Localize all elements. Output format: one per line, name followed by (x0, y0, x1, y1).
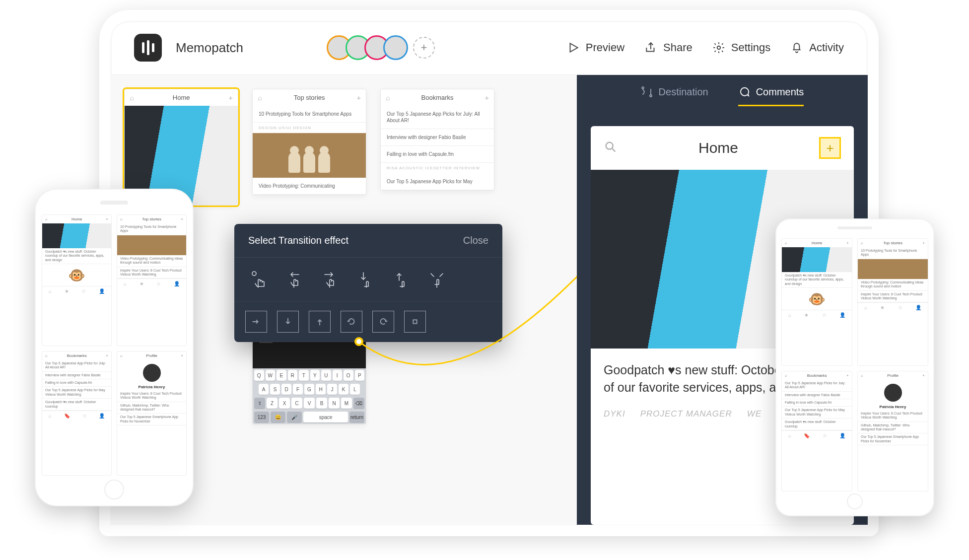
svg-point-0 (717, 46, 721, 50)
mini-screen-top-stories[interactable]: ⌕Top stories+ 10 Prototyping Tools for S… (857, 238, 928, 366)
story-tags: DESIGN UX/UI DESIGN (253, 123, 366, 133)
phone-home-button (104, 480, 124, 499)
story-row: 10 Prototyping Tools for Smartphone Apps (253, 106, 366, 123)
gesture-swipe-right-icon[interactable] (317, 267, 343, 292)
comment-icon (738, 86, 750, 98)
main-area: ⌕Home+ App ⌕Top stories+ 10 Prototyping … (110, 75, 868, 525)
gear-icon (712, 41, 725, 54)
preview-button[interactable]: Preview (567, 41, 624, 54)
bookmark-tags: RISA ACOUSTIC ICESETTER INTERVIEW (381, 163, 494, 173)
profile-name: Patricia Henry (858, 404, 928, 410)
phone-home-button (847, 493, 863, 509)
collaborator-avatars: + (327, 35, 435, 60)
tab-destination[interactable]: Destination (641, 86, 708, 106)
preview-add-hotspot-button[interactable]: + (819, 137, 841, 159)
gesture-swipe-up-icon[interactable] (388, 267, 414, 292)
tab-comments[interactable]: Comments (738, 86, 804, 106)
story-row: Video Prototyping: Communicating (253, 178, 366, 195)
avatar-4[interactable] (383, 35, 408, 60)
mini-screen-bookmarks[interactable]: ⌕Bookmarks+ Our Top 5 Japanese App Picks… (781, 371, 852, 491)
preview-title: Home (698, 140, 738, 156)
top-toolbar: Memopatch + Preview Share (110, 21, 868, 75)
gesture-tap-icon[interactable] (245, 267, 271, 292)
search-icon: ⌕ (386, 93, 390, 102)
transition-modal: Select Transition effect Close (234, 224, 502, 342)
mini-screen-profile[interactable]: ⌕Profile+ Patricia Henry Inspire Your Us… (857, 371, 928, 491)
plus-icon: + (228, 93, 233, 102)
mini-screen-bookmarks[interactable]: ⌕Bookmarks+ Our Top 5 Japanese App Picks… (42, 351, 112, 476)
svg-rect-2 (413, 320, 416, 323)
phone-grid: ⌕Home+ Goodpatch ♥s new stuff: October r… (42, 214, 187, 476)
link-origin-node[interactable] (354, 337, 363, 346)
project-name: Memopatch (176, 40, 243, 56)
modal-close-button[interactable]: Close (463, 235, 488, 246)
screen-title: Top stories (294, 94, 325, 101)
gesture-swipe-down-icon[interactable] (352, 267, 378, 292)
preview-search-button[interactable] (604, 140, 618, 156)
svg-point-3 (642, 87, 644, 89)
gesture-swipe-left-icon[interactable] (281, 267, 307, 292)
play-icon (567, 41, 580, 54)
phone-grid: ⌕Home+ Goodpatch ♥s new stuff: October r… (781, 238, 928, 491)
route-icon (641, 86, 653, 98)
phone-speaker (837, 226, 872, 229)
iphone-frame: ⌕Home+ Goodpatch ♥s new stuff: October r… (35, 189, 194, 506)
bookmark-row: Falling in love with Capsule.fm (381, 146, 494, 163)
search-icon: ⌕ (258, 93, 262, 102)
gesture-row (234, 258, 502, 302)
activity-button[interactable]: Activity (790, 41, 844, 54)
modal-title: Select Transition effect (248, 235, 348, 246)
mini-screen-top-stories[interactable]: ⌕Top stories+ 10 Prototyping Tools for S… (117, 214, 187, 346)
transition-rotate-left-icon[interactable] (341, 311, 362, 333)
bookmark-row: Our Top 5 Japanese App Picks for May (381, 173, 494, 190)
svg-point-5 (606, 142, 613, 149)
transition-slide-up-icon[interactable] (309, 311, 331, 333)
mini-image (42, 223, 111, 248)
mini-screen-home[interactable]: ⌕Home+ Goodpatch ♥s new stuff: October r… (781, 238, 852, 366)
monkey-icon: 🐵 (42, 264, 111, 286)
svg-point-1 (252, 272, 256, 276)
profile-avatar (884, 384, 902, 402)
mini-screen-home[interactable]: ⌕Home+ Goodpatch ♥s new stuff: October r… (42, 214, 112, 346)
plus-icon: + (484, 93, 489, 102)
plus-icon: + (356, 93, 361, 102)
mini-screen-profile[interactable]: ⌕Profile+ Patricia Henry Inspire Your Us… (117, 351, 187, 476)
gesture-pinch-icon[interactable] (424, 267, 450, 292)
transition-slide-down-icon[interactable] (277, 311, 299, 333)
add-collaborator-button[interactable]: + (413, 37, 435, 59)
mini-image (858, 259, 928, 279)
screen-home[interactable]: ⌕Home+ (124, 89, 238, 206)
bookmark-row: Our Top 5 Japanese App Picks for July: A… (381, 106, 494, 129)
screen-top-stories[interactable]: ⌕Top stories+ 10 Prototyping Tools for S… (252, 89, 366, 195)
screen-title: Bookmarks (421, 94, 454, 101)
monkey-icon: 🐵 (782, 288, 852, 310)
transition-rotate-right-icon[interactable] (372, 311, 394, 333)
android-frame: ⌕Home+ Goodpatch ♥s new stuff: October r… (775, 218, 934, 516)
settings-button[interactable]: Settings (712, 41, 771, 54)
share-icon (644, 41, 657, 54)
app-logo-icon[interactable] (134, 34, 162, 62)
mini-image (117, 235, 186, 255)
laptop-frame: Memopatch + Preview Share (99, 10, 879, 536)
bookmark-row: Interview with designer Fabio Basile (381, 129, 494, 146)
bell-icon (790, 41, 803, 54)
mini-image (782, 247, 852, 272)
screen-title: Home (173, 94, 190, 101)
transition-none-icon[interactable] (404, 311, 426, 333)
search-icon: ⌕ (130, 93, 134, 102)
profile-avatar (143, 364, 161, 382)
transition-slide-right-icon[interactable] (245, 311, 267, 333)
share-button[interactable]: Share (644, 41, 692, 54)
transition-row (234, 302, 502, 342)
story-image (253, 133, 366, 178)
screen-bookmarks[interactable]: ⌕Bookmarks+ Our Top 5 Japanese App Picks… (380, 89, 494, 191)
phone-speaker (100, 201, 128, 205)
svg-point-4 (650, 95, 652, 97)
profile-name: Patricia Henry (117, 384, 186, 390)
